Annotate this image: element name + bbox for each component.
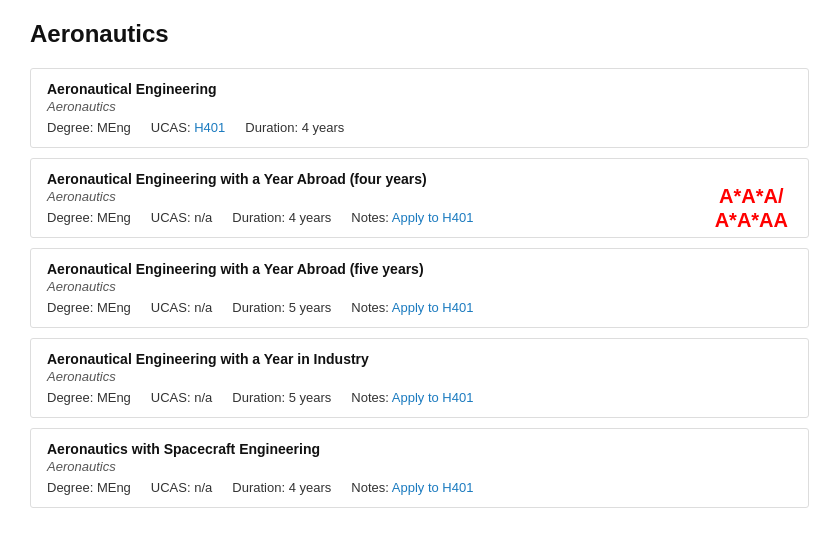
ucas-link[interactable]: H401: [194, 120, 225, 135]
meta-degree: Degree: MEng: [47, 120, 131, 135]
meta-notes: Notes: Apply to H401: [351, 300, 473, 315]
degree-value: MEng: [97, 480, 131, 495]
ucas-label: UCAS:: [151, 480, 191, 495]
duration-value: 4 years: [289, 210, 332, 225]
degree-label: Degree:: [47, 390, 93, 405]
ucas-value: n/a: [194, 300, 212, 315]
degree-label: Degree:: [47, 300, 93, 315]
meta-degree: Degree: MEng: [47, 210, 131, 225]
meta-ucas: UCAS: n/a: [151, 390, 212, 405]
meta-duration: Duration: 4 years: [245, 120, 344, 135]
notes-label: Notes:: [351, 300, 389, 315]
duration-label: Duration:: [232, 300, 285, 315]
notes-label: Notes:: [351, 390, 389, 405]
ucas-value: n/a: [194, 210, 212, 225]
duration-label: Duration:: [232, 390, 285, 405]
course-category: Aeronautics: [47, 279, 792, 294]
course-card: Aeronautical Engineering with a Year Abr…: [30, 158, 809, 238]
meta-notes: Notes: Apply to H401: [351, 390, 473, 405]
ucas-label: UCAS:: [151, 120, 191, 135]
degree-value: MEng: [97, 300, 131, 315]
meta-notes: Notes: Apply to H401: [351, 480, 473, 495]
ucas-label: UCAS:: [151, 390, 191, 405]
meta-duration: Duration: 4 years: [232, 480, 331, 495]
course-title: Aeronautical Engineering with a Year Abr…: [47, 171, 792, 187]
course-category: Aeronautics: [47, 189, 792, 204]
notes-value: Apply to H401: [392, 390, 474, 405]
course-card: Aeronautical EngineeringAeronauticsDegre…: [30, 68, 809, 148]
degree-value: MEng: [97, 120, 131, 135]
meta-ucas: UCAS: n/a: [151, 210, 212, 225]
course-title: Aeronautical Engineering: [47, 81, 792, 97]
course-list: Aeronautical EngineeringAeronauticsDegre…: [30, 68, 809, 508]
duration-value: 5 years: [289, 300, 332, 315]
degree-label: Degree:: [47, 480, 93, 495]
meta-notes: Notes: Apply to H401: [351, 210, 473, 225]
ucas-label: UCAS:: [151, 300, 191, 315]
page-title: Aeronautics: [30, 20, 809, 48]
meta-duration: Duration: 5 years: [232, 300, 331, 315]
duration-label: Duration:: [232, 480, 285, 495]
duration-value: 4 years: [302, 120, 345, 135]
ucas-label: UCAS:: [151, 210, 191, 225]
notes-value: Apply to H401: [392, 480, 474, 495]
course-title: Aeronautics with Spacecraft Engineering: [47, 441, 792, 457]
meta-duration: Duration: 4 years: [232, 210, 331, 225]
degree-label: Degree:: [47, 120, 93, 135]
meta-degree: Degree: MEng: [47, 480, 131, 495]
degree-value: MEng: [97, 210, 131, 225]
course-card: Aeronautical Engineering with a Year Abr…: [30, 248, 809, 328]
duration-value: 4 years: [289, 480, 332, 495]
meta-ucas: UCAS: H401: [151, 120, 225, 135]
course-category: Aeronautics: [47, 459, 792, 474]
meta-degree: Degree: MEng: [47, 390, 131, 405]
notes-label: Notes:: [351, 480, 389, 495]
course-card: Aeronautical Engineering with a Year in …: [30, 338, 809, 418]
course-category: Aeronautics: [47, 99, 792, 114]
meta-ucas: UCAS: n/a: [151, 480, 212, 495]
course-category: Aeronautics: [47, 369, 792, 384]
course-title: Aeronautical Engineering with a Year in …: [47, 351, 792, 367]
meta-ucas: UCAS: n/a: [151, 300, 212, 315]
course-title: Aeronautical Engineering with a Year Abr…: [47, 261, 792, 277]
duration-label: Duration:: [245, 120, 298, 135]
notes-value: Apply to H401: [392, 210, 474, 225]
notes-label: Notes:: [351, 210, 389, 225]
degree-label: Degree:: [47, 210, 93, 225]
duration-label: Duration:: [232, 210, 285, 225]
ucas-value: n/a: [194, 390, 212, 405]
notes-value: Apply to H401: [392, 300, 474, 315]
meta-duration: Duration: 5 years: [232, 390, 331, 405]
course-card: Aeronautics with Spacecraft EngineeringA…: [30, 428, 809, 508]
degree-value: MEng: [97, 390, 131, 405]
ucas-value: n/a: [194, 480, 212, 495]
duration-value: 5 years: [289, 390, 332, 405]
meta-degree: Degree: MEng: [47, 300, 131, 315]
